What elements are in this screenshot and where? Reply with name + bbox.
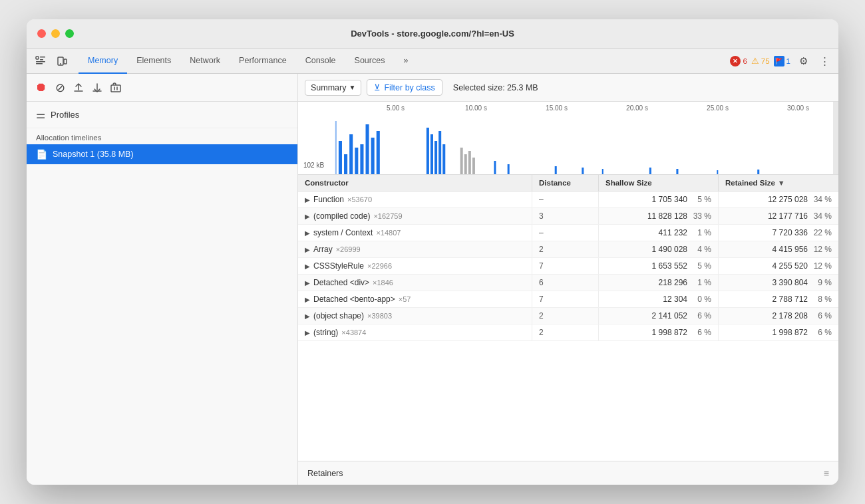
header-distance: Distance [532,175,599,191]
dropdown-arrow-icon: ▼ [349,84,355,91]
profiles-title: Profiles [51,110,79,120]
snapshot-label: Snapshot 1 (35.8 MB) [53,150,134,159]
svg-rect-25 [472,158,475,174]
svg-rect-32 [676,169,678,174]
svg-rect-17 [427,128,429,174]
svg-rect-0 [36,57,39,59]
inspect-icon[interactable] [32,53,49,70]
time-15s: 15.00 s [516,104,597,112]
sort-icon: ▼ [778,179,785,187]
record-button[interactable]: ⏺ [32,78,51,97]
settings-button[interactable]: ⚙ [794,53,812,70]
table-row[interactable]: ▶ Detached <bento-app> ×57 7 12 304 0 % … [298,291,838,308]
expand-arrow-icon: ▶ [305,196,310,203]
table-row[interactable]: ▶ (object shape) ×39803 2 2 141 052 6 % … [298,308,838,324]
time-30s: 30.00 s [758,104,838,112]
svg-rect-9 [339,141,342,174]
table-row[interactable]: ▶ CSSStyleRule ×22966 7 1 653 552 5 % 4 … [298,258,838,275]
filter-icon: ⊻ [374,82,381,92]
table-header: Constructor Distance Shallow Size Retain… [298,175,838,191]
tabbar-right: ✕ 6 ⚠ 75 🚩 1 ⚙ ⋮ [730,49,833,73]
svg-rect-24 [468,151,471,174]
retainers-bar: Retainers ≡ [298,461,838,485]
svg-rect-22 [460,148,463,174]
expand-arrow-icon: ▶ [305,329,310,336]
svg-rect-6 [64,59,67,64]
clear-button[interactable] [106,78,125,97]
sliders-icon: ⚌ [36,108,45,121]
svg-rect-29 [582,168,584,174]
chart-scrollbar[interactable] [833,102,838,174]
svg-rect-1 [40,57,45,58]
svg-rect-4 [36,63,43,64]
table-row[interactable]: ▶ system / Context ×14807 – 411 232 1 % … [298,225,838,241]
table-row[interactable]: ▶ (compiled code) ×162759 3 11 828 128 3… [298,208,838,225]
svg-point-7 [60,63,61,64]
devtools-window: DevTools - store.google.com/?hl=en-US [27,19,838,485]
upload-button[interactable] [69,78,88,97]
time-20s: 20.00 s [597,104,677,112]
svg-rect-10 [344,154,347,174]
tab-network[interactable]: Network [180,49,230,74]
maximize-button[interactable] [65,29,74,38]
svg-rect-33 [717,170,718,174]
chart-timeline: 5.00 s 10.00 s 15.00 s 20.00 s 25.00 s 3… [298,104,838,112]
traffic-lights [37,29,74,38]
filter-by-class-button[interactable]: ⊻ Filter by class [367,79,442,96]
device-icon[interactable] [53,53,71,70]
svg-rect-2 [40,59,43,61]
time-10s: 10.00 s [436,104,516,112]
main-content: ⏺ ⊘ [27,74,838,485]
error-badge[interactable]: ✕ 6 [730,56,747,66]
svg-rect-34 [757,170,759,174]
table-row[interactable]: ▶ Function ×53670 – 1 705 340 5 % 12 275… [298,191,838,208]
svg-rect-8 [111,85,120,92]
expand-arrow-icon: ▶ [305,313,310,320]
svg-rect-27 [508,164,510,174]
devtools-icons [32,49,71,73]
tab-more[interactable]: » [394,49,417,74]
error-icon: ✕ [730,56,741,66]
tab-elements[interactable]: Elements [127,49,180,74]
svg-rect-21 [442,144,445,174]
svg-rect-23 [464,154,467,174]
summary-dropdown[interactable]: Summary ▼ [305,80,361,96]
table-row[interactable]: ▶ Array ×26999 2 1 490 028 4 % 4 415 956… [298,241,838,258]
sidebar: ⏺ ⊘ [27,74,298,485]
svg-rect-16 [377,131,380,174]
info-badge[interactable]: 🚩 1 [774,56,790,66]
section-title: Allocation timelines [27,128,297,144]
svg-rect-12 [355,148,358,174]
tab-console[interactable]: Console [296,49,345,74]
stop-button[interactable]: ⊘ [51,78,69,97]
download-button[interactable] [88,78,106,97]
expand-arrow-icon: ▶ [305,263,310,270]
tab-sources[interactable]: Sources [345,49,395,74]
sidebar-toolbar: ⏺ ⊘ [27,74,297,102]
header-retained[interactable]: Retained Size ▼ [719,175,838,191]
expand-arrow-icon: ▶ [305,213,310,220]
svg-rect-11 [349,134,353,174]
minimize-button[interactable] [51,29,60,38]
svg-rect-30 [602,169,604,174]
data-table: Constructor Distance Shallow Size Retain… [298,175,838,461]
retainers-menu-icon: ≡ [824,468,829,479]
chart-svg [298,121,838,174]
table-row[interactable]: ▶ (string) ×43874 2 1 998 872 6 % 1 998 … [298,324,838,341]
info-icon: 🚩 [774,56,784,66]
more-options-button[interactable]: ⋮ [816,53,833,70]
svg-rect-13 [360,144,363,174]
warning-badge[interactable]: ⚠ 75 [751,56,770,66]
time-5s: 5.00 s [355,104,436,112]
header-shallow: Shallow Size [599,175,719,191]
tab-performance[interactable]: Performance [230,49,296,74]
svg-rect-15 [371,138,375,174]
tab-memory[interactable]: Memory [79,49,127,74]
snapshot-item[interactable]: 📄 Snapshot 1 (35.8 MB) [27,144,297,164]
expand-arrow-icon: ▶ [305,246,310,253]
table-row[interactable]: ▶ Detached <div> ×1846 6 218 296 1 % 3 3… [298,275,838,291]
close-button[interactable] [37,29,46,38]
expand-arrow-icon: ▶ [305,296,310,303]
svg-rect-35 [335,121,337,174]
svg-rect-18 [431,134,433,174]
